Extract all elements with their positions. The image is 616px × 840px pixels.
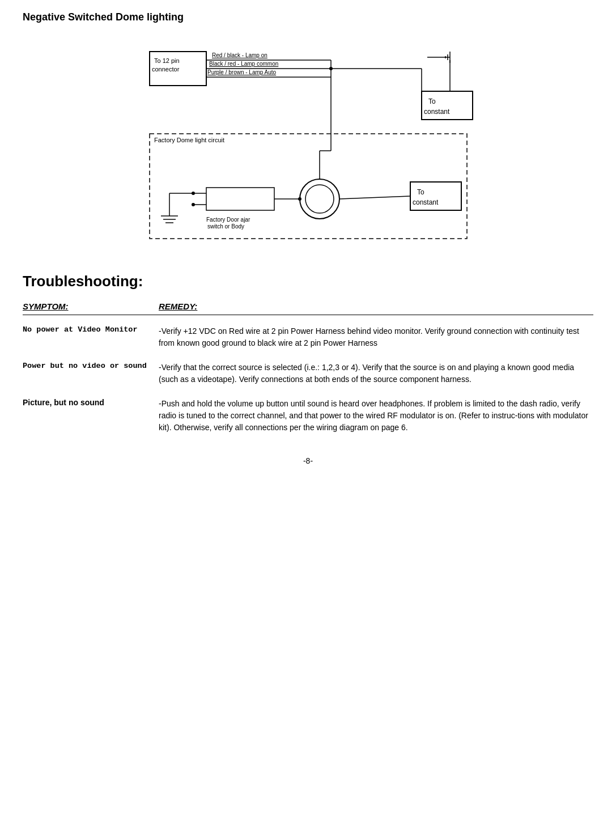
- diagram-container: To 12 pin connector Red / black - Lamp o…: [133, 29, 484, 256]
- svg-text:Red / black - Lamp on: Red / black - Lamp on: [212, 52, 267, 58]
- wiring-diagram: To 12 pin connector Red / black - Lamp o…: [133, 29, 484, 256]
- remedy-2: -Verify that the correct source is selec…: [159, 362, 593, 385]
- svg-point-29: [192, 203, 195, 206]
- trouble-item-3: Picture, but no sound -Push and hold the…: [23, 398, 593, 434]
- svg-text:connector: connector: [152, 66, 180, 73]
- symptom-2: Power but no video or sound: [23, 362, 159, 370]
- svg-point-34: [305, 185, 334, 213]
- svg-text:To: To: [417, 188, 424, 196]
- svg-point-44: [329, 67, 333, 70]
- svg-text:Purple / brown - Lamp Auto: Purple / brown - Lamp Auto: [207, 69, 277, 75]
- svg-text:To 12 pin: To 12 pin: [154, 57, 180, 64]
- svg-point-36: [298, 197, 301, 201]
- remedy-1: -Verify +12 VDC on Red wire at 2 pin Pow…: [159, 325, 593, 349]
- page-number: -8-: [23, 456, 593, 465]
- remedy-3: -Push and hold the volume up button unti…: [159, 398, 593, 434]
- svg-text:Factory Door ajar: Factory Door ajar: [206, 217, 250, 223]
- svg-text:Factory Dome light circuit: Factory Dome light circuit: [154, 137, 224, 143]
- svg-text:switch or Body: switch or Body: [207, 223, 244, 230]
- symptom-1: No power at Video Monitor: [23, 325, 159, 334]
- troubleshooting-section: Troubleshooting: SYMPTOM: REMEDY: No pow…: [23, 273, 593, 434]
- symptom-header: SYMPTOM:: [23, 302, 159, 311]
- svg-text:To: To: [428, 97, 436, 105]
- trouble-item-1: No power at Video Monitor -Verify +12 VD…: [23, 325, 593, 349]
- troubleshooting-title: Troubleshooting:: [23, 273, 593, 290]
- svg-rect-25: [206, 188, 274, 210]
- svg-text:constant: constant: [413, 198, 439, 206]
- svg-text:Black / red - Lamp common: Black / red - Lamp common: [209, 61, 278, 67]
- trouble-item-2: Power but no video or sound -Verify that…: [23, 362, 593, 385]
- remedy-header: REMEDY:: [159, 302, 593, 311]
- svg-text:constant: constant: [424, 108, 450, 116]
- symptom-3: Picture, but no sound: [23, 398, 159, 407]
- symptom-remedy-header: SYMPTOM: REMEDY:: [23, 302, 593, 315]
- page-title: Negative Switched Dome lighting: [23, 11, 593, 23]
